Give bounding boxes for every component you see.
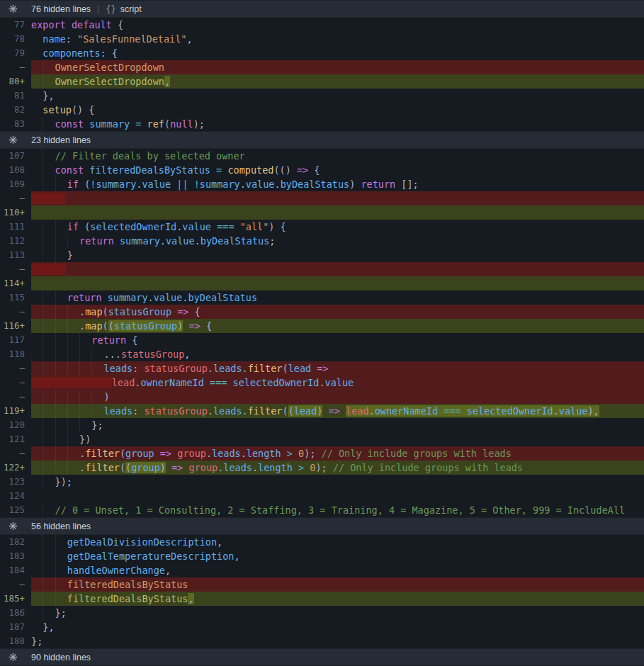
code-line-deleted[interactable]: —.filter(group => group.leads.length > 0… xyxy=(0,446,644,461)
line-number[interactable]: 120 xyxy=(0,418,31,432)
line-number[interactable]: — xyxy=(0,60,31,74)
line-number[interactable]: 122+ xyxy=(0,461,31,475)
line-number[interactable]: 186 xyxy=(0,606,31,620)
code-line[interactable]: 184handleOwnerChange, xyxy=(0,563,644,577)
line-number[interactable]: 79 xyxy=(0,46,31,60)
line-number[interactable]: 114+ xyxy=(0,276,31,290)
code-line[interactable]: 120}; xyxy=(0,418,644,432)
line-number[interactable]: 111 xyxy=(0,220,31,234)
hidden-lines-separator[interactable]: 23 hidden lines xyxy=(0,131,644,149)
hidden-lines-separator[interactable]: 90 hidden lines xyxy=(0,648,644,666)
line-number[interactable]: — xyxy=(0,361,31,376)
line-number[interactable]: 80+ xyxy=(0,74,31,89)
line-number[interactable]: 118 xyxy=(0,347,31,361)
line-number[interactable]: 182 xyxy=(0,535,31,549)
line-number[interactable]: 117 xyxy=(0,333,31,347)
code-line[interactable]: 108const filteredDealsByStatus = compute… xyxy=(0,163,644,177)
code-line[interactable]: 81}, xyxy=(0,89,644,103)
code-line[interactable]: 186}; xyxy=(0,606,644,620)
line-number[interactable]: 185+ xyxy=(0,592,31,606)
code-line[interactable]: 112return summary.value.byDealStatus; xyxy=(0,234,644,248)
indent-guide xyxy=(55,563,67,577)
line-number[interactable]: — xyxy=(0,262,31,276)
code-line-deleted[interactable]: —leads: statusGroup.leads.filter(lead => xyxy=(0,361,644,376)
indent-guide xyxy=(67,347,79,361)
code-line-deleted[interactable]: — xyxy=(0,262,644,276)
line-number[interactable]: 81 xyxy=(0,89,31,103)
code-line[interactable]: 124 xyxy=(0,489,644,503)
code-line[interactable]: 77export default { xyxy=(0,18,644,32)
line-number[interactable]: 113 xyxy=(0,248,31,262)
expand-hidden-lines-icon[interactable] xyxy=(0,653,31,662)
expand-hidden-lines-icon[interactable] xyxy=(0,521,31,531)
line-number[interactable]: — xyxy=(0,446,31,461)
code-line-added[interactable]: 122+.filter((group) => group.leads.lengt… xyxy=(0,461,644,475)
line-number[interactable]: 110+ xyxy=(0,205,31,220)
code-line-added[interactable]: 80+OwnerSelectDropdown, xyxy=(0,74,644,89)
code-line-deleted[interactable]: — lead.ownerNameId === selectedOwnerId.v… xyxy=(0,376,644,390)
code-line[interactable]: 118...statusGroup, xyxy=(0,347,644,361)
line-number[interactable]: 115 xyxy=(0,290,31,305)
code-line-added[interactable]: 116+.map((statusGroup) => { xyxy=(0,319,644,333)
code-line-added[interactable]: 185+filteredDealsByStatus, xyxy=(0,592,644,606)
line-number[interactable]: 83 xyxy=(0,117,31,131)
code-line[interactable]: 182getDealDivisionDescription, xyxy=(0,535,644,549)
code-line[interactable]: 183getDealTemperatureDescription, xyxy=(0,549,644,563)
code-line-deleted[interactable]: —.map(statusGroup => { xyxy=(0,305,644,319)
code-line[interactable]: 115return summary.value.byDealStatus xyxy=(0,290,644,305)
code-line[interactable]: 125// 0 = Unset, 1 = Consulting, 2 = Sta… xyxy=(0,503,644,517)
code-line[interactable]: 113} xyxy=(0,248,644,262)
hidden-lines-separator[interactable]: 56 hidden lines xyxy=(0,517,644,535)
code-token: statusGroup xyxy=(144,363,207,374)
code-line[interactable]: 121}) xyxy=(0,432,644,446)
line-number[interactable]: 123 xyxy=(0,475,31,489)
code-line[interactable]: 187}, xyxy=(0,620,644,634)
line-number[interactable]: — xyxy=(0,305,31,319)
line-number[interactable]: 119+ xyxy=(0,404,31,418)
code-line[interactable]: 111if (selectedOwnerId.value === "all") … xyxy=(0,220,644,234)
code-token: const xyxy=(55,118,84,130)
hidden-lines-separator[interactable]: 76 hidden lines|{}script xyxy=(0,0,644,18)
line-number[interactable]: 125 xyxy=(0,503,31,517)
line-number[interactable]: 107 xyxy=(0,149,31,163)
line-number[interactable]: 77 xyxy=(0,18,31,32)
line-number[interactable]: 188 xyxy=(0,634,31,648)
line-content: ...statusGroup, xyxy=(31,347,644,361)
expand-hidden-lines-icon[interactable] xyxy=(0,135,31,145)
line-number[interactable]: 124 xyxy=(0,489,31,503)
line-number[interactable]: — xyxy=(0,191,31,205)
code-line[interactable]: 83const summary = ref(null); xyxy=(0,117,644,131)
code-line[interactable]: 107// Filter deals by selected owner xyxy=(0,149,644,163)
code-line-added[interactable]: 114+ xyxy=(0,276,644,290)
line-number[interactable]: 116+ xyxy=(0,319,31,333)
code-line-deleted[interactable]: —) xyxy=(0,390,644,404)
line-number[interactable]: — xyxy=(0,376,31,390)
code-line[interactable]: 123}); xyxy=(0,475,644,489)
code-line[interactable]: 82setup() { xyxy=(0,103,644,117)
code-token: { xyxy=(200,320,212,332)
line-number[interactable]: 112 xyxy=(0,234,31,248)
line-number[interactable]: 184 xyxy=(0,563,31,577)
code-line-deleted[interactable]: — xyxy=(0,191,644,205)
code-line-added[interactable]: 110+ xyxy=(0,205,644,220)
code-line-deleted[interactable]: —filteredDealsByStatus xyxy=(0,577,644,592)
line-number[interactable]: — xyxy=(0,577,31,592)
line-number[interactable]: 183 xyxy=(0,549,31,563)
code-line-deleted[interactable]: —OwnerSelectDropdown xyxy=(0,60,644,74)
line-number[interactable]: 121 xyxy=(0,432,31,446)
code-line[interactable]: 188}; xyxy=(0,634,644,648)
code-line-added[interactable]: 119+leads: statusGroup.leads.filter((lea… xyxy=(0,404,644,418)
line-number[interactable]: 187 xyxy=(0,620,31,634)
code-line[interactable]: 117return { xyxy=(0,333,644,347)
line-content: }, xyxy=(31,620,644,634)
line-number[interactable]: 82 xyxy=(0,103,31,117)
code-line[interactable]: 109if (!summary.value || !summary.value.… xyxy=(0,177,644,191)
indent-guide xyxy=(43,390,55,404)
line-number[interactable]: 109 xyxy=(0,177,31,191)
line-number[interactable]: 108 xyxy=(0,163,31,177)
expand-hidden-lines-icon[interactable] xyxy=(0,4,31,13)
line-number[interactable]: 78 xyxy=(0,32,31,46)
code-line[interactable]: 78name: "SalesFunnelDetail", xyxy=(0,32,644,46)
code-line[interactable]: 79components: { xyxy=(0,46,644,60)
line-number[interactable]: — xyxy=(0,390,31,404)
